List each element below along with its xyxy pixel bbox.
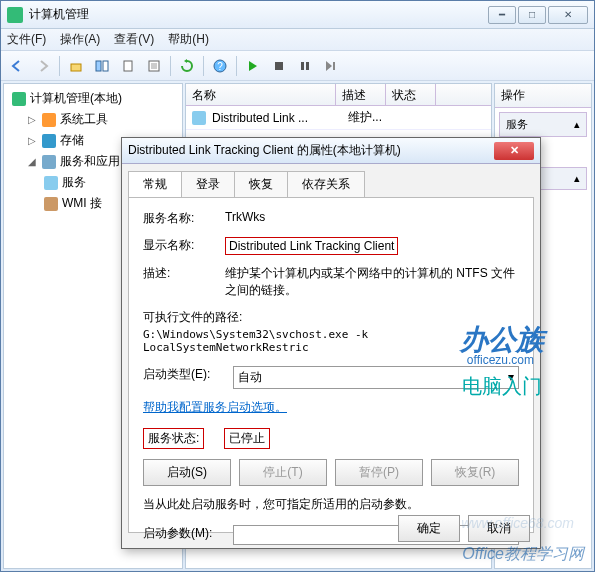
menu-action[interactable]: 操作(A): [60, 31, 100, 48]
dialog-close-button[interactable]: ✕: [494, 142, 534, 160]
svg-rect-3: [124, 61, 132, 71]
menu-help[interactable]: 帮助(H): [168, 31, 209, 48]
dialog-title: Distributed Link Tracking Client 的属性(本地计…: [128, 142, 494, 159]
svg-rect-10: [333, 62, 335, 70]
menu-file[interactable]: 文件(F): [7, 31, 46, 48]
value-description: 维护某个计算机内或某个网络中的计算机的 NTFS 文件之间的链接。: [225, 265, 519, 299]
help-link[interactable]: 帮助我配置服务启动选项。: [143, 400, 287, 414]
export-button[interactable]: [116, 54, 140, 78]
svg-rect-8: [301, 62, 304, 70]
hint-text: 当从此处启动服务时，您可指定所适用的启动参数。: [143, 496, 519, 513]
tab-dependencies[interactable]: 依存关系: [287, 171, 365, 198]
label-exe-path: 可执行文件的路径:: [143, 309, 519, 326]
stop-button[interactable]: [267, 54, 291, 78]
titlebar: 计算机管理 ━ □ ✕: [1, 1, 594, 29]
start-button[interactable]: 启动(S): [143, 459, 231, 486]
dialog-tabs: 常规 登录 恢复 依存关系: [128, 170, 534, 197]
svg-rect-1: [96, 61, 101, 71]
window-buttons: ━ □ ✕: [486, 6, 588, 24]
actions-services[interactable]: 服务▴: [499, 112, 587, 137]
chevron-down-icon: ▾: [508, 370, 514, 384]
properties-dialog: Distributed Link Tracking Client 的属性(本地计…: [121, 137, 541, 549]
startup-type-select[interactable]: 自动 ▾: [233, 366, 519, 389]
ok-button[interactable]: 确定: [398, 515, 460, 542]
svg-rect-9: [306, 62, 309, 70]
help-button[interactable]: ?: [208, 54, 232, 78]
svg-text:?: ?: [217, 61, 223, 72]
forward-button[interactable]: [31, 54, 55, 78]
col-desc[interactable]: 描述: [336, 84, 386, 105]
label-service-status: 服务状态:: [143, 428, 204, 449]
value-service-status: 已停止: [224, 428, 270, 449]
tab-general[interactable]: 常规: [128, 171, 182, 198]
tree-system-tools[interactable]: ▷系统工具: [8, 109, 178, 130]
gear-icon: [192, 111, 206, 125]
stop-button-disabled: 停止(T): [239, 459, 327, 486]
tree-root[interactable]: 计算机管理(本地): [8, 88, 178, 109]
svg-rect-7: [275, 62, 283, 70]
maximize-button[interactable]: □: [518, 6, 546, 24]
pause-button-disabled: 暂停(P): [335, 459, 423, 486]
window-title: 计算机管理: [29, 6, 486, 23]
tab-body: 服务名称: TrkWks 显示名称: Distributed Link Trac…: [128, 197, 534, 533]
restart-button[interactable]: [319, 54, 343, 78]
minimize-button[interactable]: ━: [488, 6, 516, 24]
svg-rect-0: [71, 64, 81, 71]
show-hide-button[interactable]: [90, 54, 114, 78]
dialog-titlebar: Distributed Link Tracking Client 的属性(本地计…: [122, 138, 540, 164]
label-startup-type: 启动类型(E):: [143, 366, 233, 383]
col-status[interactable]: 状态: [386, 84, 436, 105]
properties-button[interactable]: [142, 54, 166, 78]
value-exe-path: G:\Windows\System32\svchost.exe -k Local…: [143, 328, 519, 354]
list-row[interactable]: Distributed Link ... 维护...: [186, 106, 491, 130]
column-header: 名称 描述 状态: [186, 84, 491, 106]
svg-rect-2: [103, 61, 108, 71]
value-display-name: Distributed Link Tracking Client: [225, 237, 398, 255]
close-button[interactable]: ✕: [548, 6, 588, 24]
tab-logon[interactable]: 登录: [181, 171, 235, 198]
label-start-params: 启动参数(M):: [143, 525, 233, 542]
label-display-name: 显示名称:: [143, 237, 225, 254]
label-service-name: 服务名称:: [143, 210, 225, 227]
col-name[interactable]: 名称: [186, 84, 336, 105]
tab-recovery[interactable]: 恢复: [234, 171, 288, 198]
play-button[interactable]: [241, 54, 265, 78]
value-service-name: TrkWks: [225, 210, 519, 224]
menubar: 文件(F) 操作(A) 查看(V) 帮助(H): [1, 29, 594, 51]
resume-button-disabled: 恢复(R): [431, 459, 519, 486]
main-window: 计算机管理 ━ □ ✕ 文件(F) 操作(A) 查看(V) 帮助(H) ? 计算…: [0, 0, 595, 572]
dialog-footer: 确定 取消: [398, 515, 530, 542]
menu-view[interactable]: 查看(V): [114, 31, 154, 48]
app-icon: [7, 7, 23, 23]
pause-button[interactable]: [293, 54, 317, 78]
refresh-button[interactable]: [175, 54, 199, 78]
chevron-up-icon: ▴: [574, 172, 580, 185]
up-button[interactable]: [64, 54, 88, 78]
actions-header: 操作: [495, 84, 591, 108]
back-button[interactable]: [5, 54, 29, 78]
label-description: 描述:: [143, 265, 225, 282]
toolbar: ?: [1, 51, 594, 81]
chevron-up-icon: ▴: [574, 118, 580, 131]
cancel-button[interactable]: 取消: [468, 515, 530, 542]
